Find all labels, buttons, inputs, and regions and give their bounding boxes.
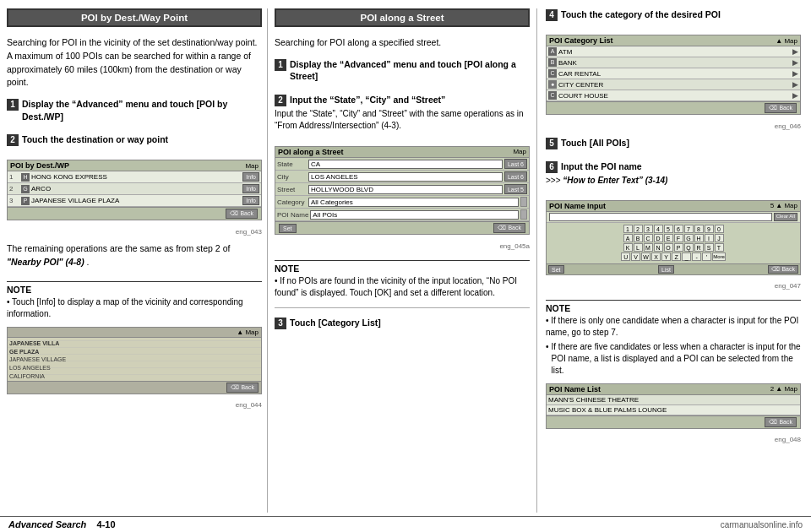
key-N[interactable]: N: [654, 243, 663, 252]
map-inset-label: ▲ Map: [237, 328, 259, 336]
right-step5-num: 5: [546, 138, 558, 149]
category-btn: [520, 197, 527, 207]
info-btn-3[interactable]: Info: [242, 196, 259, 205]
screen1-title: POI by Dest./WP: [10, 161, 69, 170]
key-Y[interactable]: Y: [661, 252, 671, 261]
back-btn-screen1[interactable]: ⌫ Back: [226, 209, 258, 219]
screen2-right: Map: [513, 148, 526, 156]
key-0[interactable]: 0: [715, 225, 724, 233]
last6-city-btn[interactable]: Last 6: [504, 171, 527, 182]
info-btn-1[interactable]: Info: [242, 172, 259, 182]
key-more[interactable]: More: [712, 252, 726, 261]
key-3[interactable]: 3: [644, 225, 653, 233]
back-btn-poi-list[interactable]: ⌫ Back: [765, 417, 797, 427]
set-btn-kbd[interactable]: Set: [548, 265, 564, 274]
cat-icon-court: C: [548, 91, 557, 100]
key-B[interactable]: B: [634, 234, 643, 242]
form-row-state: State CA Last 6: [275, 158, 529, 171]
key-1[interactable]: 1: [623, 225, 633, 233]
key-7[interactable]: 7: [684, 225, 694, 233]
screen1-right: Map: [245, 162, 259, 170]
poi-icon-1: H: [21, 173, 30, 182]
bottom-bar: Advanced Search 4-10 carmanualsonline.in…: [0, 516, 811, 532]
mid-column: POI along a Street Searching for POI alo…: [267, 8, 537, 513]
key-Z[interactable]: Z: [672, 252, 681, 261]
table-row[interactable]: 1 H HONG KONG EXPRESS Info: [8, 171, 261, 183]
key-J[interactable]: J: [715, 234, 724, 242]
left-column: POI by Dest./Way Point Searching for POI…: [7, 8, 262, 513]
last6-state-btn[interactable]: Last 6: [504, 159, 527, 169]
key-apos[interactable]: ': [702, 252, 711, 261]
key-I[interactable]: I: [705, 234, 714, 242]
key-9[interactable]: 9: [705, 225, 714, 233]
eng-044: eng_044: [7, 401, 262, 409]
key-A[interactable]: A: [623, 234, 633, 242]
key-O[interactable]: O: [664, 243, 673, 252]
key-Q[interactable]: Q: [684, 243, 694, 252]
back-btn-map[interactable]: ⌫ Back: [226, 383, 259, 393]
key-L[interactable]: L: [634, 243, 643, 252]
key-F[interactable]: F: [674, 234, 683, 242]
last5-street-btn[interactable]: Last 5: [504, 184, 527, 194]
key-M[interactable]: M: [644, 243, 653, 252]
bottom-site: carmanualsonline.info: [721, 520, 803, 529]
mid-step2-sub: Input the “State”, “City” and “Street” w…: [275, 108, 530, 132]
form-row-city: City LOS ANGELES Last 6: [275, 171, 529, 183]
left-step2-num: 2: [7, 134, 19, 146]
left-intro: Searching for POI in the vicinity of the…: [7, 36, 262, 90]
key-5[interactable]: 5: [664, 225, 673, 233]
key-U[interactable]: U: [621, 252, 630, 261]
keyboard-area: 1234567890 ABCDEFGHIJ KLMNOPQRST UVWXYZ_…: [547, 223, 800, 263]
left-step1: 1 Display the “Advanced” menu and touch …: [7, 98, 262, 124]
table-row[interactable]: C CAR RENTAL ▶: [547, 68, 800, 79]
key-H[interactable]: H: [694, 234, 704, 242]
kbd-title: POI Name Input: [549, 202, 606, 210]
table-row[interactable]: A ATM ▶: [547, 46, 800, 57]
main-content: POI by Dest./Way Point Searching for POI…: [0, 0, 811, 516]
key-space[interactable]: _: [682, 252, 691, 261]
key-2[interactable]: 2: [634, 225, 643, 233]
left-step2: 2 Touch the destination or way point: [7, 133, 262, 148]
key-dash[interactable]: -: [692, 252, 701, 261]
key-8[interactable]: 8: [694, 225, 704, 233]
key-P[interactable]: P: [674, 243, 683, 252]
clear-all-btn[interactable]: Clear All: [774, 213, 797, 221]
key-C[interactable]: C: [644, 234, 653, 242]
form-row-street: Street HOLLYWOOD BLVD Last 5: [275, 183, 529, 196]
key-W[interactable]: W: [641, 252, 650, 261]
set-btn-screen2[interactable]: Set: [279, 224, 297, 233]
kbd-right: 5 ▲ Map: [770, 202, 797, 210]
right-step4-text: Touch the category of the desired POI: [561, 8, 721, 21]
table-row[interactable]: ● CITY CENTER ▶: [547, 79, 800, 90]
table-row[interactable]: 2 G ARCO Info: [8, 183, 261, 195]
key-K[interactable]: K: [623, 243, 633, 252]
table-row[interactable]: 3 P JAPANESE VILLAGE PLAZA Info: [8, 195, 261, 207]
key-G[interactable]: G: [684, 234, 694, 242]
back-btn-kbd[interactable]: ⌫ Back: [768, 265, 798, 274]
key-4[interactable]: 4: [654, 225, 663, 233]
left-section-title: POI by Dest./Way Point: [7, 8, 262, 27]
back-btn-cat[interactable]: ⌫ Back: [765, 103, 797, 113]
key-D[interactable]: D: [654, 234, 663, 242]
table-row[interactable]: C COURT HOUSE ▶: [547, 90, 800, 101]
table-row[interactable]: B BANK ▶: [547, 57, 800, 68]
right-step6-ref: >>> “How to Enter Text” (3-14): [546, 175, 801, 187]
key-T[interactable]: T: [715, 243, 724, 252]
mid-intro: Searching for POI along a specified stre…: [275, 36, 530, 50]
info-btn-2[interactable]: Info: [242, 184, 259, 193]
key-6[interactable]: 6: [674, 225, 683, 233]
key-V[interactable]: V: [631, 252, 640, 261]
list-btn-kbd[interactable]: List: [658, 265, 674, 274]
key-S[interactable]: S: [705, 243, 714, 252]
table-row[interactable]: MUSIC BOX & BLUE PALMS LOUNGE: [547, 405, 800, 415]
right-step6-num: 6: [546, 161, 558, 173]
key-R[interactable]: R: [694, 243, 704, 252]
back-btn-screen2[interactable]: ⌫ Back: [493, 223, 525, 233]
key-X[interactable]: X: [651, 252, 661, 261]
mid-step1: 1 Display the “Advanced” menu and touch …: [275, 58, 530, 84]
key-E[interactable]: E: [664, 234, 673, 242]
cat-screen-title: POI Category List: [549, 36, 613, 45]
poi-list-title: POI Name List: [549, 385, 601, 394]
table-row[interactable]: MANN'S CHINESE THEATRE: [547, 395, 800, 405]
poi-name-input-field[interactable]: [549, 213, 772, 221]
